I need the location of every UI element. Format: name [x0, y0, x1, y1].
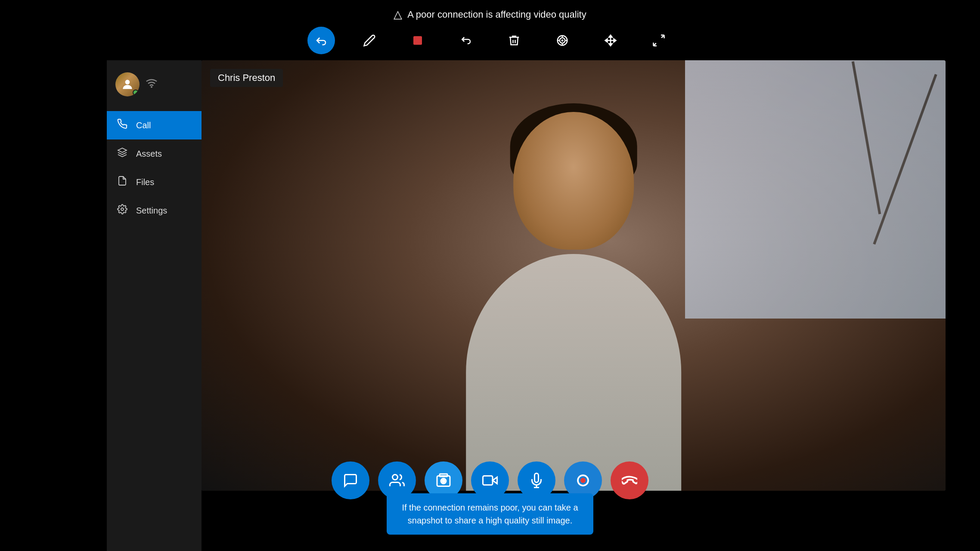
video-area: Chris Preston: [202, 60, 946, 491]
svg-point-17: [442, 480, 445, 483]
pen-button[interactable]: [356, 27, 383, 54]
person-silhouette: [313, 60, 834, 491]
svg-point-13: [393, 475, 398, 480]
sidebar-nav: Call Assets Files: [107, 111, 202, 225]
end-call-button[interactable]: [611, 461, 648, 499]
avatar: [115, 72, 140, 96]
files-icon: [116, 176, 128, 189]
assets-label: Assets: [136, 149, 162, 159]
sidebar-item-settings[interactable]: Settings: [107, 196, 202, 225]
settings-label: Settings: [136, 206, 167, 216]
tooltip-text: If the connection remains poor, you can …: [402, 503, 578, 525]
toolbar: [307, 27, 673, 54]
sidebar-item-call[interactable]: Call: [107, 111, 202, 139]
warning-message: A poor connection is affecting video qua…: [407, 9, 586, 20]
delete-button[interactable]: [500, 27, 528, 54]
svg-rect-0: [413, 36, 422, 45]
undo-button[interactable]: [452, 27, 480, 54]
svg-marker-18: [493, 477, 497, 484]
video-background: [202, 60, 946, 491]
chat-button[interactable]: [332, 461, 369, 499]
files-label: Files: [136, 177, 154, 187]
settings-icon: [116, 204, 128, 217]
sidebar-item-files[interactable]: Files: [107, 168, 202, 196]
online-status: [133, 90, 139, 96]
participant-name-label: Chris Preston: [210, 69, 283, 87]
svg-point-10: [125, 80, 130, 84]
svg-point-12: [121, 208, 124, 210]
settings-target-button[interactable]: [549, 27, 576, 54]
tooltip-box: If the connection remains poor, you can …: [387, 493, 593, 535]
svg-point-3: [562, 40, 563, 41]
move-button[interactable]: [597, 27, 624, 54]
back-button[interactable]: [307, 27, 335, 54]
call-label: Call: [136, 121, 151, 130]
warning-bar: △ A poor connection is affecting video q…: [394, 8, 586, 21]
svg-point-23: [580, 478, 586, 483]
profile-section: [107, 60, 202, 107]
stop-button[interactable]: [404, 27, 431, 54]
sidebar: Call Assets Files: [107, 60, 202, 551]
svg-point-11: [151, 86, 152, 88]
expand-button[interactable]: [645, 27, 673, 54]
call-icon: [116, 119, 128, 132]
sidebar-item-assets[interactable]: Assets: [107, 139, 202, 168]
wifi-icon: [146, 78, 158, 91]
svg-rect-19: [483, 476, 493, 485]
warning-icon: △: [394, 8, 402, 21]
assets-icon: [116, 147, 128, 160]
